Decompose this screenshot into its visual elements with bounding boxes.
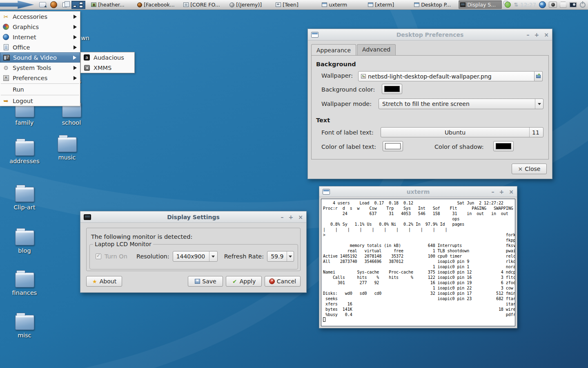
about-button[interactable]: ★About: [86, 276, 122, 287]
terminal-line: Disks: wd0 sd0 cd0 32 ioapic0 pin 17 512…: [323, 291, 515, 296]
submenu-item-audacious[interactable]: aAudacious: [81, 52, 134, 63]
resolution-select[interactable]: 588x368: [173, 251, 218, 262]
submenu-arrow-icon: [74, 76, 77, 80]
apply-button[interactable]: ✔Apply: [226, 276, 262, 287]
menu-item-system-tools[interactable]: ⚙System Tools: [0, 63, 80, 73]
maximize-button[interactable]: +: [535, 31, 539, 38]
wallpaper-input[interactable]: netbsd-light-desktop-default-wallpaper.p…: [358, 71, 535, 81]
desktop-pager[interactable]: [71, 1, 86, 9]
menu-item-graphics[interactable]: Graphics: [0, 22, 80, 32]
display-settings-window: Display Settings – + × The following mon…: [80, 211, 307, 293]
menu-item-sound-video[interactable]: Sound & Video: [0, 52, 80, 63]
terminal-line: 24 637 31 4053 546 158 31 in out in out: [323, 211, 515, 216]
close-button[interactable]: ×: [509, 188, 514, 195]
task-button[interactable]: [CORE FO...: [182, 0, 225, 9]
refresh-rate-select[interactable]: 59.9: [267, 251, 294, 262]
menu-item-office[interactable]: Office: [0, 42, 80, 52]
hidden-label-fragment: wn: [81, 35, 89, 41]
terminal-output[interactable]: 4 users Load 0.17 0.18 0.12 Sat Jun 2 12…: [321, 199, 515, 326]
cancel-button[interactable]: Cancel: [265, 276, 301, 287]
task-button-label: [(Jeremy)]: [236, 2, 262, 8]
uxterm-window: uxterm – + × 4 users Load 0.17 0.18 0.12…: [319, 186, 517, 328]
task-button-label: [Facebook...: [144, 2, 175, 8]
refresh-rate-label: Refresh Rate:: [224, 253, 264, 260]
desktop-icon-misc[interactable]: misc: [5, 315, 44, 339]
terminal-cursor-line: [323, 317, 515, 323]
cancel-label: Cancel: [277, 278, 296, 285]
taskbar: [heather... [Facebook... [CORE FO... [(J…: [0, 0, 588, 10]
shadow-color-swatch-button[interactable]: [493, 141, 514, 151]
menu-item-label: Internet: [13, 34, 36, 40]
minimize-button[interactable]: –: [492, 188, 494, 195]
task-button[interactable]: uxterm: [320, 0, 363, 9]
file-manager-launcher[interactable]: [38, 1, 47, 9]
chat-presence-icon[interactable]: [505, 2, 511, 8]
terminal-line: bytes 141K 18 wired: [323, 307, 515, 312]
desktop-icon-label: Clip-art: [5, 204, 44, 211]
power-icon[interactable]: [580, 2, 586, 8]
chevron-down-icon: [535, 99, 543, 109]
desktop-icon-music[interactable]: music: [47, 137, 87, 161]
terminal-line: ops: [323, 216, 515, 222]
desktop-icon-addresses[interactable]: addresses: [5, 141, 44, 164]
wallpaper-browse-button[interactable]: [535, 71, 543, 81]
close-button[interactable]: ×: [544, 31, 549, 38]
save-label: Save: [202, 278, 216, 285]
terminal-line: memory totals (in kB) 648 Interrupts fks…: [323, 243, 515, 248]
submenu-item-xmms[interactable]: XMMS: [81, 63, 134, 73]
notes-icon[interactable]: [560, 2, 566, 8]
close-button[interactable]: ×: [298, 214, 303, 220]
terminal-line: %busy 0.4 pdfre: [323, 312, 515, 317]
close-dialog-button[interactable]: × Close: [512, 164, 547, 174]
task-button[interactable]: [xterm]: [366, 0, 410, 9]
color-swatch: [496, 143, 511, 149]
save-button[interactable]: Save: [188, 276, 223, 287]
task-button[interactable]: [heather...: [89, 0, 133, 9]
minimize-button[interactable]: –: [527, 31, 530, 38]
submenu-item-label: XMMS: [94, 65, 111, 71]
menu-item-logout[interactable]: ➥Logout: [0, 96, 80, 106]
web-browser-launcher[interactable]: [49, 1, 58, 9]
titlebar[interactable]: uxterm – + ×: [319, 186, 517, 197]
desktop-icon-clip-art[interactable]: Clip-art: [5, 187, 44, 211]
menu-item-run[interactable]: Run: [0, 84, 80, 94]
tab-appearance[interactable]: Appearance: [311, 44, 356, 56]
windows-launcher[interactable]: [60, 1, 69, 9]
main-menu-arrow-button[interactable]: [0, 0, 34, 10]
turn-on-checkbox[interactable]: [96, 254, 101, 259]
tab-advanced[interactable]: Advanced: [357, 44, 396, 56]
folder-icon: [58, 137, 77, 152]
label-color-swatch-button[interactable]: [383, 141, 403, 151]
task-button-label: [xterm]: [375, 2, 394, 8]
bg-color-row: Background color:: [321, 86, 375, 93]
menu-item-accessories[interactable]: ✂Accessories: [0, 11, 80, 22]
clock[interactable]: 12:27: [520, 2, 536, 8]
globe-icon[interactable]: [539, 1, 546, 8]
task-button-active[interactable]: Display S...: [459, 0, 502, 9]
bg-color-swatch-button[interactable]: [382, 84, 402, 94]
desktop-icon-finances[interactable]: finances: [5, 272, 44, 296]
task-button[interactable]: [(Jeremy)]: [228, 0, 271, 9]
menu-item-internet[interactable]: Internet: [0, 32, 80, 42]
close-x-icon: ×: [518, 166, 523, 172]
apply-label: Apply: [240, 278, 256, 285]
font-select-button[interactable]: Ubuntu 11: [381, 127, 543, 137]
desktop-icon-blog[interactable]: blog: [5, 230, 44, 254]
maximize-button[interactable]: +: [289, 214, 294, 220]
menu-item-preferences[interactable]: Preferences: [0, 73, 80, 83]
window-title: uxterm: [319, 188, 517, 195]
font-name: Ubuntu: [381, 129, 529, 136]
titlebar[interactable]: Desktop Preferences – + ×: [308, 29, 552, 40]
titlebar[interactable]: Display Settings – + ×: [80, 211, 306, 223]
task-button[interactable]: [Teen]: [274, 0, 317, 9]
display-sleep-icon[interactable]: [569, 2, 577, 8]
task-button[interactable]: Desktop P...: [412, 0, 456, 9]
network-arrows-icon[interactable]: ⇅: [514, 2, 517, 8]
minimize-button[interactable]: –: [281, 214, 284, 220]
save-icon: [194, 278, 200, 284]
wallpaper-mode-select[interactable]: Stretch to fill the entire screen: [379, 99, 543, 109]
task-button-label: uxterm: [329, 2, 347, 8]
camera-icon[interactable]: [549, 2, 557, 8]
task-button[interactable]: [Facebook...: [136, 0, 179, 9]
maximize-button[interactable]: +: [499, 188, 504, 195]
